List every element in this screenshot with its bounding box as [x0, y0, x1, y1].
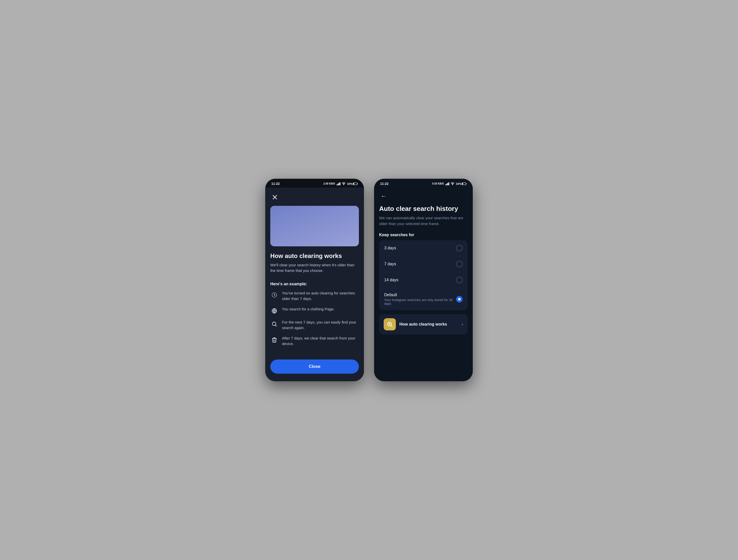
- bullet-item-2: For the next 7 days, you can easily find…: [270, 319, 359, 331]
- battery-icon-2: 16%: [456, 182, 467, 185]
- search-icon: [270, 320, 278, 328]
- screen2-phone: 11:22 0.03 KB/S 16%: [374, 179, 473, 381]
- option-label-7days: 7 days: [384, 262, 396, 266]
- illustration-area: [270, 206, 359, 246]
- radio-default[interactable]: [456, 296, 463, 303]
- screen1-title: How auto clearing works: [270, 252, 359, 260]
- screen2-desc: We can automatically clear your searches…: [379, 215, 468, 227]
- option-3-days[interactable]: 3 days: [379, 240, 468, 256]
- svg-point-29: [452, 184, 453, 185]
- close-x-button[interactable]: [270, 193, 279, 202]
- status-bar-1: 11:22 2.00 KB/S 16%: [265, 179, 364, 188]
- wifi-icon-1: [342, 182, 345, 186]
- screen1-phone: 11:22 2.00 KB/S 16%: [265, 179, 364, 381]
- svg-line-26: [276, 325, 277, 326]
- bullet-text-1: You search for a clothing Page.: [282, 306, 359, 312]
- close-button[interactable]: Close: [270, 359, 359, 374]
- status-right-1: 2.00 KB/S 16%: [323, 182, 358, 186]
- back-arrow-icon: ←: [381, 193, 386, 200]
- bullet-item-0: You've turned on auto clearing for searc…: [270, 290, 359, 302]
- option-14-days[interactable]: 14 days: [379, 272, 468, 288]
- svg-rect-31: [466, 183, 467, 184]
- status-time-1: 11:22: [271, 182, 280, 186]
- radio-14days[interactable]: [456, 277, 463, 283]
- status-right-2: 0.03 KB/S 16%: [432, 182, 467, 186]
- battery-icon-1: 16%: [347, 182, 358, 185]
- signal-bars-2: [445, 182, 449, 185]
- status-time-2: 11:22: [380, 182, 388, 186]
- screen2-title: Auto clear search history: [379, 205, 468, 213]
- screen1-subtitle: We'll clear your search history when it'…: [270, 262, 359, 274]
- screens-container: 11:22 2.00 KB/S 16%: [265, 179, 473, 381]
- bullet-text-2: For the next 7 days, you can easily find…: [282, 319, 359, 331]
- bottom-btn-area: Close: [270, 354, 359, 376]
- globe-icon: [270, 307, 278, 315]
- status-speed-2: 0.03 KB/S: [432, 182, 444, 185]
- how-it-works-icon-box: [384, 318, 396, 330]
- screen2-body: ← Auto clear search history We can autom…: [374, 188, 473, 381]
- svg-rect-32: [462, 183, 463, 185]
- svg-point-0: [343, 184, 344, 185]
- bullet-list: You've turned on auto clearing for searc…: [270, 290, 359, 354]
- radio-3days[interactable]: [456, 245, 463, 251]
- option-label-3days: 3 days: [384, 246, 396, 250]
- radio-7days[interactable]: [456, 261, 463, 267]
- signal-bars-1: [337, 182, 340, 185]
- status-speed-1: 2.00 KB/S: [323, 182, 335, 185]
- how-it-works-card[interactable]: How auto clearing works ›: [379, 314, 468, 334]
- bullet-item-1: You search for a clothing Page.: [270, 306, 359, 315]
- chevron-right-icon: ›: [462, 322, 463, 327]
- svg-line-34: [391, 326, 392, 327]
- trash-icon: [270, 336, 278, 344]
- wifi-icon-2: [451, 182, 454, 186]
- bullet-text-3: After 7 days, we clear that search from …: [282, 335, 359, 347]
- option-label-default: Default Your Instagram searches are only…: [384, 293, 456, 306]
- screen2-content: ← Auto clear search history We can autom…: [374, 188, 473, 381]
- bullet-item-3: After 7 days, we clear that search from …: [270, 335, 359, 347]
- how-it-works-label: How auto clearing works: [399, 322, 458, 327]
- option-default[interactable]: Default Your Instagram searches are only…: [379, 288, 468, 310]
- option-7-days[interactable]: 7 days: [379, 256, 468, 272]
- timer-icon: [270, 291, 278, 299]
- example-title: Here's an example:: [270, 282, 359, 286]
- option-label-14days: 14 days: [384, 278, 398, 282]
- svg-rect-2: [357, 183, 358, 184]
- title-section: How auto clearing works We'll clear your…: [270, 252, 359, 279]
- svg-rect-3: [353, 183, 354, 185]
- screen1-body: How auto clearing works We'll clear your…: [265, 188, 364, 381]
- back-button[interactable]: ←: [379, 192, 388, 201]
- bullet-text-0: You've turned on auto clearing for searc…: [282, 290, 359, 302]
- svg-point-25: [272, 322, 276, 326]
- options-card: 3 days 7 days 14 days: [379, 240, 468, 310]
- status-bar-2: 11:22 0.03 KB/S 16%: [374, 179, 473, 188]
- section-label: Keep searches for: [379, 233, 468, 237]
